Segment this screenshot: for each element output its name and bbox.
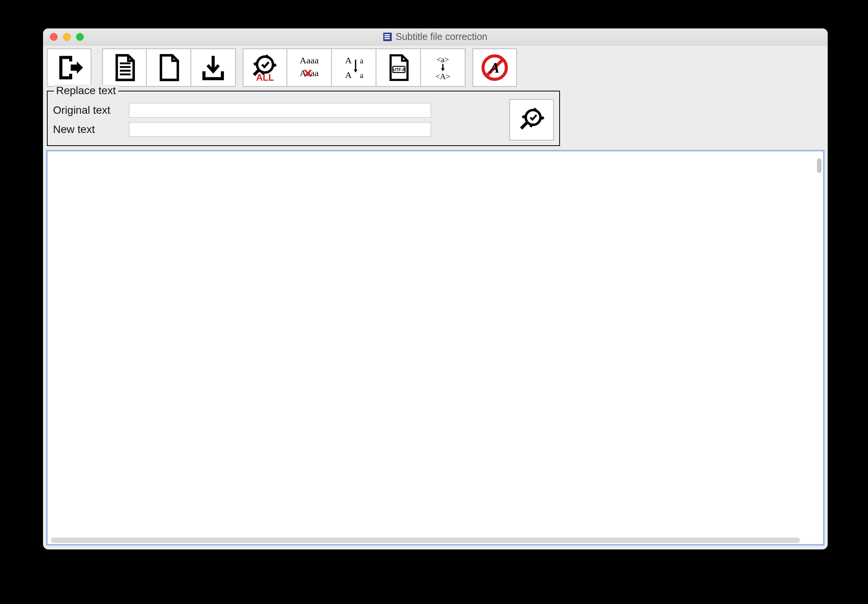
case-convert-icon: A a A a (338, 52, 369, 83)
original-text-input[interactable] (129, 103, 431, 118)
window-title: Subtitle file correction (396, 31, 487, 42)
app-window: Subtitle file correction (43, 28, 828, 549)
fix-all-icon: ALL (250, 52, 280, 83)
new-text-input[interactable] (129, 122, 431, 137)
original-text-row: Original text (53, 103, 502, 118)
case-convert-button[interactable]: A a A a (332, 48, 376, 87)
new-text-label: New text (53, 123, 123, 136)
replace-text-panel: Replace text Original text New text (47, 91, 560, 146)
remove-style-button[interactable]: A (472, 48, 517, 87)
original-text-label: Original text (53, 104, 123, 116)
svg-point-21 (526, 110, 540, 124)
gear-wrench-icon (516, 105, 547, 135)
save-button[interactable] (191, 48, 236, 87)
titlebar: Subtitle file correction (43, 28, 828, 45)
svg-text:✕: ✕ (303, 66, 313, 80)
svg-text:ALL: ALL (256, 72, 274, 83)
svg-text:a: a (360, 56, 363, 65)
toolbar: ALL Aaaa Aaaa ✕ A a A a (43, 45, 828, 91)
correction-group: ALL Aaaa Aaaa ✕ A a A a (243, 48, 465, 87)
remove-duplicate-button[interactable]: Aaaa Aaaa ✕ (287, 48, 332, 87)
download-icon (198, 52, 229, 83)
vertical-scrollbar-thumb[interactable] (817, 158, 822, 173)
execute-replace-button[interactable] (509, 99, 554, 141)
remove-duplicate-icon: Aaaa Aaaa ✕ (294, 52, 325, 83)
svg-text:Aaaa: Aaaa (300, 55, 319, 65)
svg-text:A: A (345, 55, 352, 65)
horizontal-scrollbar-track[interactable] (51, 538, 800, 543)
app-icon (383, 33, 392, 41)
new-file-button[interactable] (147, 48, 191, 87)
new-text-row: New text (53, 122, 502, 137)
window-maximize-button[interactable] (76, 33, 84, 41)
blank-file-icon (153, 52, 184, 83)
svg-text:UTF-8: UTF-8 (393, 67, 405, 72)
utf8-convert-icon: UTF-8 (383, 52, 414, 83)
utf8-convert-button[interactable]: UTF-8 (376, 48, 421, 87)
tag-case-icon: <a> <A> (427, 52, 458, 83)
window-close-button[interactable] (50, 33, 58, 41)
svg-point-4 (257, 56, 273, 73)
fix-all-button[interactable]: ALL (243, 48, 287, 87)
editor-container (46, 150, 825, 546)
title-area: Subtitle file correction (43, 31, 828, 42)
replace-legend: Replace text (54, 85, 118, 97)
svg-text:a: a (360, 71, 363, 80)
svg-line-22 (521, 122, 527, 128)
file-group (102, 48, 236, 87)
svg-text:<a>: <a> (437, 55, 449, 64)
exit-icon (54, 52, 84, 83)
exit-button[interactable] (47, 48, 91, 87)
subtitle-text-editor[interactable] (48, 151, 823, 544)
traffic-lights (43, 33, 84, 41)
no-style-icon: A (479, 52, 510, 83)
open-file-icon (109, 52, 140, 83)
window-minimize-button[interactable] (63, 33, 71, 41)
svg-text:A: A (345, 70, 352, 80)
svg-text:A: A (489, 60, 500, 76)
replace-fields: Original text New text (53, 103, 502, 137)
svg-text:<A>: <A> (436, 72, 450, 81)
open-file-button[interactable] (102, 48, 147, 87)
tag-case-button[interactable]: <a> <A> (421, 48, 465, 87)
